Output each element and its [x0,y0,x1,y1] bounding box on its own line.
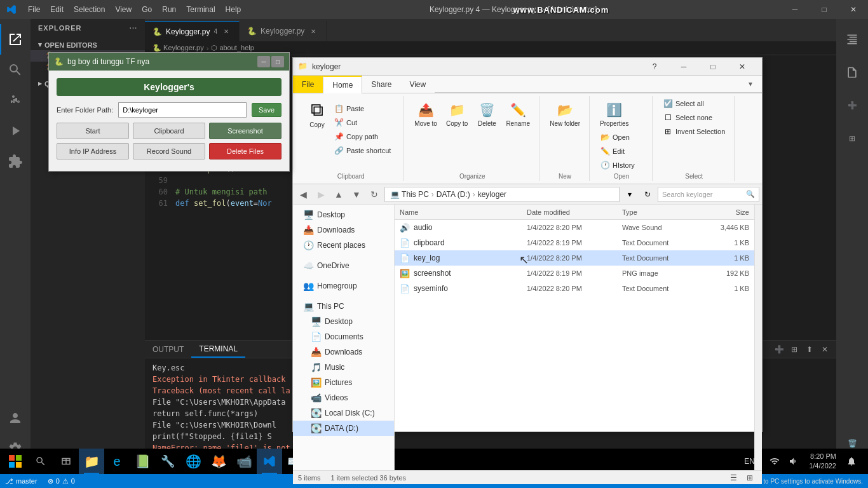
minimize-button[interactable]: ─ [780,0,810,19]
menu-go[interactable]: Go [137,0,157,19]
terminal-split-btn[interactable]: ⊞ [788,343,801,356]
sidebar-pc-desktop[interactable]: 🖥️ Desktop [293,314,394,329]
tab-keylogger-inactive[interactable]: 🐍 Keylogger.py ✕ [240,21,327,41]
open-btn[interactable]: 📂 Open [596,131,647,144]
menu-edit[interactable]: Edit [45,0,69,19]
terminal-maximize-btn[interactable]: ⬆ [803,343,816,356]
col-name[interactable]: Name [400,208,527,216]
history-btn[interactable]: 🕐 HIstory [596,159,647,172]
edit-btn[interactable]: ✏️ Edit [596,145,647,158]
info-ip-button[interactable]: Info IP Address [57,143,129,159]
view-grid-btn[interactable]: ⊞ [743,472,757,484]
fe-maximize-btn[interactable]: □ [698,58,728,76]
fe-refresh-btn[interactable]: ↻ [367,187,382,202]
activity-extensions[interactable] [0,146,31,177]
sidebar-homegroup[interactable]: 👥 Homegroup [293,278,394,294]
menu-terminal[interactable]: Terminal [181,0,220,19]
select-all-btn[interactable]: ☑️ Select all [659,97,710,110]
tkinter-maximize-btn[interactable]: □ [271,56,284,67]
activity-explorer[interactable] [0,24,31,55]
activity-search[interactable] [0,55,31,85]
sidebar-documents[interactable]: 📄 Documents [293,329,394,344]
file-row-key-log[interactable]: 📄 key_log 1/4/2022 8:20 PM Text Document… [395,250,754,266]
sidebar-music[interactable]: 🎵 Music [293,360,394,375]
taskbar-network-icon[interactable] [766,456,783,466]
save-button[interactable]: Save [252,103,281,117]
start-button[interactable]: Start [57,123,129,139]
fe-tab-view[interactable]: View [400,76,435,93]
fe-up-btn[interactable]: ▲ [331,187,346,202]
sidebar-local-disk-c[interactable]: 💽 Local Disk (C:) [293,405,394,421]
taskbar-task-view[interactable] [53,449,79,474]
sidebar-data-d[interactable]: 💽 DATA (D:) [293,421,394,436]
fe-help-btn[interactable]: ? [640,58,669,76]
clipboard-button[interactable]: Clipboard [133,123,205,139]
move-to-btn[interactable]: 📤 Move to [410,97,441,130]
output-tab[interactable]: OUTPUT [145,341,191,358]
taskbar-ie[interactable]: e [104,449,130,474]
taskbar-search[interactable] [28,449,53,474]
fe-address-bar[interactable]: 💻 This PC › DATA (D:) › keyloger [384,187,620,202]
folder-path-input[interactable] [118,102,247,118]
copy-btn[interactable]: ⧉ Copy 📋 Paste ✂️ Cut [303,97,398,159]
menu-help[interactable]: Help [220,0,247,19]
address-expand-btn[interactable]: ▾ [622,190,637,199]
fe-tab-share[interactable]: Share [362,76,400,93]
file-row-screenshot[interactable]: 🖼️ screenshot 1/4/2022 8:19 PM PNG image… [395,266,754,281]
terminal-close-btn[interactable]: ✕ [818,343,831,356]
paste-shortcut-btn[interactable]: 🔗 Paste shortcut [330,144,395,157]
address-reload-btn[interactable]: ↻ [640,190,655,199]
taskbar-file-explorer[interactable]: 📁 [79,449,104,474]
fe-forward-btn[interactable]: ▶ [313,187,329,202]
fe-tab-home[interactable]: Home [323,76,362,93]
start-button[interactable] [3,449,28,474]
properties-btn[interactable]: ℹ️ Properties [596,97,633,130]
copy-path-btn[interactable]: 📌 Copy path [330,130,395,143]
tab-close-active[interactable]: ✕ [221,27,231,37]
menu-run[interactable]: Run [157,0,181,19]
file-row-clipboard[interactable]: 📄 clipboard 1/4/2022 8:19 PM Text Docume… [395,235,754,250]
sidebar-onedrive[interactable]: ☁️ OneDrive [293,258,394,273]
invert-selection-btn[interactable]: ⊞ Invent Selection [659,125,729,138]
col-type[interactable]: Type [622,208,698,216]
activity-accounts[interactable] [0,403,31,433]
select-none-btn[interactable]: ☐ Select none [659,111,716,124]
new-folder-btn[interactable]: 📂 New folder [546,97,584,130]
search-icon[interactable]: 🔍 [746,190,755,198]
taskbar-chrome[interactable]: 🌐 [180,449,206,474]
taskbar-app4[interactable]: 🔧 [155,449,180,474]
sidebar-desktop[interactable]: 🖥️ Desktop [293,207,394,222]
tkinter-minimize-btn[interactable]: ─ [257,56,270,67]
ribbon-collapse-btn[interactable]: ▾ [744,78,757,90]
taskbar-notification[interactable] [843,456,860,466]
error-item[interactable]: ⊗ 0 ⚠ 0 [43,477,80,485]
right-sidebar-btn4[interactable]: ⊞ [837,123,867,154]
right-sidebar-btn2[interactable] [837,57,867,88]
menu-selection[interactable]: Selection [69,0,110,19]
sidebar-pc-downloads[interactable]: 📥 Downloads [293,344,394,360]
taskbar-clock[interactable]: 8:20 PM 1/4/2022 [804,452,841,471]
terminal-add-btn[interactable]: ➕ [773,343,785,356]
fe-tab-file[interactable]: File [293,76,323,93]
git-branch-item[interactable]: ⎇ master [0,477,43,485]
record-sound-button[interactable]: Record Sound [133,143,205,159]
sidebar-recent[interactable]: 🕐 Recent places [293,238,394,253]
fe-back-btn[interactable]: ◀ [295,187,311,202]
explorer-more-icon[interactable]: ··· [130,24,137,32]
copy-to-btn[interactable]: 📁 Copy to [442,97,471,130]
paste-btn[interactable]: 📋 Paste [330,102,395,115]
taskbar-zoom[interactable]: 📹 [231,449,257,474]
taskbar-vscode[interactable] [257,449,282,474]
sidebar-pictures[interactable]: 🖼️ Pictures [293,375,394,390]
taskbar-firefox[interactable]: 🦊 [206,449,231,474]
tab-keylogger-active[interactable]: 🐍 Keylogger.py 4 ✕ [145,21,240,41]
col-size[interactable]: Size [698,208,749,216]
sidebar-downloads[interactable]: 📥 Downloads [293,222,394,238]
screenshot-button[interactable]: Screenshot [209,123,281,139]
delete-files-button[interactable]: Delete Files [209,143,281,159]
fe-close-btn[interactable]: ✕ [728,58,757,76]
activity-source-control[interactable] [0,85,31,116]
menu-file[interactable]: File [23,0,45,19]
tab-close-inactive[interactable]: ✕ [308,26,318,36]
close-button[interactable]: ✕ [839,0,868,19]
